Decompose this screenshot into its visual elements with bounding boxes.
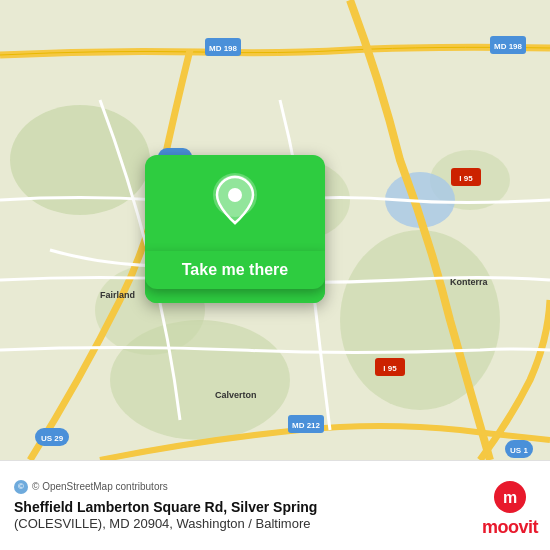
svg-text:US 1: US 1 [510, 446, 528, 455]
moovit-icon: m [494, 481, 526, 513]
button-overlay: Take me there [145, 155, 325, 303]
action-card: Take me there [145, 155, 325, 303]
svg-text:MD 198: MD 198 [494, 42, 523, 51]
svg-text:US 29: US 29 [41, 434, 64, 443]
svg-text:I 95: I 95 [459, 174, 473, 183]
fairland-label: Fairland [100, 290, 135, 300]
footer: © © OpenStreetMap contributors Sheffield… [0, 460, 550, 550]
take-me-there-button[interactable]: Take me there [145, 251, 325, 289]
map-area: MD 198 MD 198 US 29 US 29 I 95 I 95 MD 2… [0, 0, 550, 460]
btn-label-area: Take me there [145, 241, 325, 303]
moovit-brand-name: moovit [482, 517, 538, 538]
osm-credit: © © OpenStreetMap contributors [14, 480, 536, 494]
city-line: (COLESVILLE), MD 20904, Washington / Bal… [14, 516, 536, 533]
svg-text:I 95: I 95 [383, 364, 397, 373]
pin-area [211, 155, 259, 241]
konterra-label: Konterra [450, 277, 489, 287]
svg-text:MD 198: MD 198 [209, 44, 238, 53]
svg-point-25 [228, 188, 242, 202]
osm-credit-text: © OpenStreetMap contributors [32, 481, 168, 492]
svg-point-3 [340, 230, 500, 410]
svg-text:m: m [503, 489, 517, 506]
calverton-label: Calverton [215, 390, 257, 400]
address-line: Sheffield Lamberton Square Rd, Silver Sp… [14, 498, 536, 516]
osm-logo: © [14, 480, 28, 494]
moovit-logo: m moovit [482, 481, 538, 538]
location-pin-icon [211, 173, 259, 231]
svg-text:MD 212: MD 212 [292, 421, 321, 430]
